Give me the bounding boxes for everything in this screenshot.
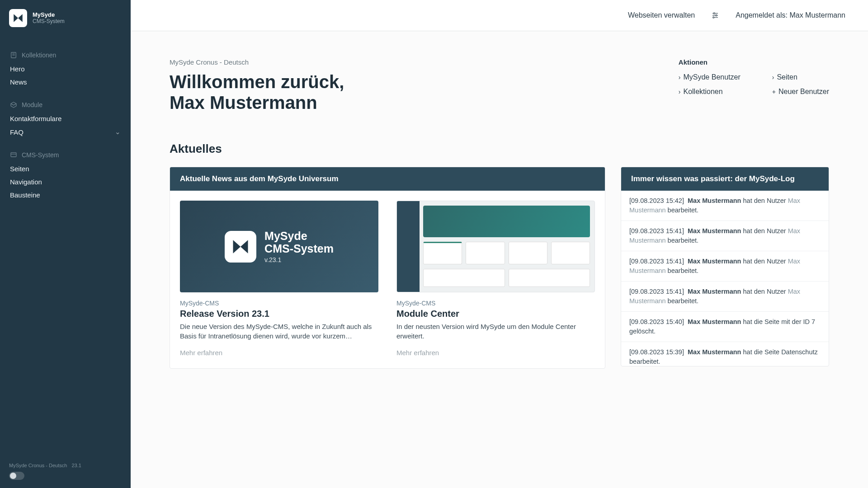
panels: Aktuelle News aus dem MySyde Universum M… [170,167,829,369]
news-category: MySyde-CMS [180,300,378,307]
main: Webseiten verwalten Angemeldet als: Max … [131,0,868,488]
sidebar-item-label: Hero [10,65,25,73]
news-panel-header: Aktuelle News aus dem MySyde Universum [170,167,605,191]
topbar: Webseiten verwalten Angemeldet als: Max … [131,0,868,31]
footer-version: 23.1 [71,463,81,468]
news-desc: In der neusten Version wird MySyde um de… [396,322,595,341]
sidebar-item-label: Kontaktformulare [10,115,61,122]
sidebar-footer: MySyde Cronus - Deutsch 23.1 [0,456,131,488]
nav-group: ModuleKontaktformulareFAQ⌄ [0,101,131,139]
log-timestamp: [09.08.2023 15:39] [629,348,684,356]
log-entry: [09.08.2023 15:42] Max Mustermann hat de… [621,191,829,221]
brand-line1: MySyde [33,12,65,19]
nav-group: KollektionenHeroNews [0,52,131,89]
action-link-mysyde-benutzer[interactable]: ›MySyde Benutzer [679,73,741,81]
sidebar-item-bausteine[interactable]: Bausteine [0,188,131,202]
news-body: MySyde CMS-System v.23.1 MySyde-CMS Rele… [170,191,605,368]
news-title: Module Center [396,309,595,319]
news-desc: Die neue Version des MySyde-CMS, welche … [180,322,378,341]
nav-heading: Kollektionen [0,52,131,62]
thumb1-text: MySyde CMS-System v.23.1 [264,230,334,264]
log-entry: [09.08.2023 15:41] Max Mustermann hat de… [621,251,829,282]
welcome-line2: Max Mustermann [170,93,317,113]
svg-point-8 [716,15,717,16]
page-title: Willkommen zurück, Max Mustermann [170,71,344,113]
news-more-link[interactable]: Mehr erfahren [396,349,595,357]
settings-icon[interactable] [711,11,719,19]
sidebar-item-seiten[interactable]: Seiten [0,162,131,175]
sidebar-item-navigation[interactable]: Navigation [0,175,131,188]
log-entry: [09.08.2023 15:39] Max Mustermann hat di… [621,342,829,366]
action-label: Kollektionen [683,88,722,96]
action-link-kollektionen[interactable]: ›Kollektionen [679,88,741,96]
thumb1-title: MySyde [264,230,307,242]
svg-point-10 [713,17,714,18]
chevron-right-icon: › [772,74,774,81]
log-entry: [09.08.2023 15:41] Max Mustermann hat de… [621,282,829,312]
content: MySyde Cronus - Deutsch Willkommen zurüc… [131,31,868,488]
log-body[interactable]: [09.08.2023 15:42] Max Mustermann hat de… [621,191,829,366]
sidebar: MySyde CMS-System KollektionenHeroNewsMo… [0,0,131,488]
sidebar-item-label: FAQ [10,128,24,136]
news-card: MySyde-CMS Module Center In der neusten … [396,201,595,357]
loggedin-prefix: Angemeldet als: [736,11,789,19]
sidebar-item-kontaktformulare[interactable]: Kontaktformulare [0,112,131,125]
sidebar-item-hero[interactable]: Hero [0,62,131,75]
log-timestamp: [09.08.2023 15:40] [629,318,684,325]
log-entry: [09.08.2023 15:40] Max Mustermann hat di… [621,312,829,342]
log-actor: Max Mustermann [688,288,741,295]
log-panel: Immer wissen was passiert: der MySyde-Lo… [621,167,829,366]
theme-toggle[interactable] [9,472,24,480]
brand-logo-icon [9,9,27,27]
log-text: hat den Nutzer [741,197,788,204]
sidebar-item-news[interactable]: News [0,75,131,89]
sidebar-item-faq[interactable]: FAQ⌄ [0,125,131,139]
log-actor: Max Mustermann [688,318,741,325]
nav-heading: CMS-System [0,151,131,162]
thumb1-subtitle: CMS-System [264,242,334,255]
manage-sites-link[interactable]: Webseiten verwalten [628,11,695,19]
action-link-neuer-benutzer[interactable]: +Neuer Benutzer [772,88,829,96]
mysyde-logo-icon [225,231,256,263]
nav-heading: Module [0,101,131,112]
log-text: hat den Nutzer [741,288,788,295]
brand[interactable]: MySyde CMS-System [0,0,131,38]
chevron-right-icon: + [772,88,776,95]
nav: KollektionenHeroNewsModuleKontaktformula… [0,38,131,456]
sidebar-item-label: Seiten [10,165,29,173]
action-link-seiten[interactable]: ›Seiten [772,73,829,81]
sidebar-item-label: Navigation [10,178,42,186]
footer-site: MySyde Cronus - Deutsch [9,463,67,468]
chevron-down-icon: ⌄ [115,128,121,136]
news-more-link[interactable]: Mehr erfahren [180,349,378,357]
svg-rect-3 [11,153,16,157]
log-timestamp: [09.08.2023 15:41] [629,227,684,235]
hero-row: MySyde Cronus - Deutsch Willkommen zurüc… [170,58,829,113]
breadcrumb: MySyde Cronus - Deutsch [170,58,344,66]
sidebar-item-label: News [10,78,27,86]
brand-line2: CMS-System [33,19,65,25]
actions-block: Aktionen ›MySyde Benutzer›Seiten›Kollekt… [679,58,829,113]
loggedin-label: Angemeldet als: Max Mustermann [736,11,845,19]
actions-heading: Aktionen [679,58,829,66]
nav-group: CMS-SystemSeitenNavigationBausteine [0,151,131,202]
log-timestamp: [09.08.2023 15:41] [629,288,684,295]
action-label: MySyde Benutzer [683,73,740,81]
log-actor: Max Mustermann [688,197,741,204]
chevron-right-icon: › [679,88,681,95]
news-thumb-module-center [396,201,595,292]
svg-point-6 [713,13,715,14]
brand-text: MySyde CMS-System [33,12,65,25]
log-text: hat den Nutzer [741,227,788,235]
news-panel: Aktuelle News aus dem MySyde Universum M… [170,167,605,369]
welcome-block: MySyde Cronus - Deutsch Willkommen zurüc… [170,58,344,113]
log-timestamp: [09.08.2023 15:41] [629,258,684,265]
log-timestamp: [09.08.2023 15:42] [629,197,684,204]
log-text2: bearbeitet. [666,267,699,274]
chevron-right-icon: › [679,74,681,81]
sidebar-item-label: Bausteine [10,191,40,199]
welcome-line1: Willkommen zurück, [170,72,344,92]
log-text: hat den Nutzer [741,258,788,265]
loggedin-user: Max Mustermann [789,11,845,19]
log-actor: Max Mustermann [688,227,741,235]
